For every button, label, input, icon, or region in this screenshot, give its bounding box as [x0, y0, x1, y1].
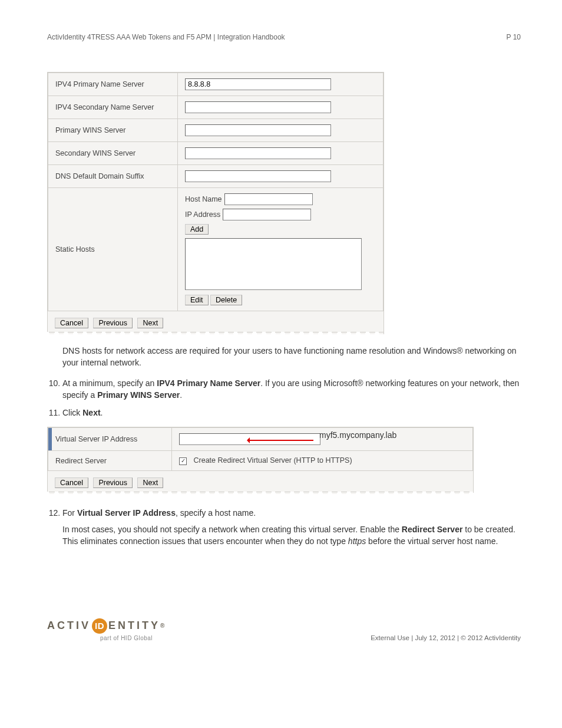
- previous-button-2[interactable]: Previous: [93, 477, 133, 488]
- step-12: For Virtual Server IP Address, specify a…: [62, 507, 521, 548]
- label-ipaddress: IP Address: [185, 210, 220, 219]
- brand-mark-icon: ID: [92, 618, 107, 634]
- input-ipv4-primary[interactable]: [185, 78, 331, 90]
- static-hosts-list[interactable]: [185, 238, 362, 290]
- step-10-text: At a minimum, specify an: [62, 378, 157, 388]
- input-virtual-server-ip[interactable]: [179, 433, 320, 445]
- screenshot-dns-settings: IPV4 Primary Name Server IPV4 Secondary …: [47, 72, 384, 334]
- label-ipv4-secondary: IPV4 Secondary Name Server: [48, 96, 178, 119]
- input-ipv4-secondary[interactable]: [185, 101, 331, 113]
- label-hostname: Host Name: [185, 195, 222, 203]
- step-12-text2: , specify a host name.: [176, 508, 256, 518]
- brand-left: ACTIV: [47, 620, 91, 632]
- label-redirect-checkbox: Create Redirect Virtual Server (HTTP to …: [193, 456, 352, 465]
- annotation-arrow: [249, 440, 313, 441]
- step-10-text3: .: [180, 390, 182, 400]
- next-button-2[interactable]: Next: [137, 477, 163, 488]
- checkbox-redirect-server[interactable]: ✓: [179, 457, 187, 465]
- label-wins-secondary: Secondary WINS Server: [48, 142, 178, 165]
- step-11: Click Next.: [62, 407, 521, 419]
- annotation-host-example: myf5.mycompany.lab: [319, 430, 396, 440]
- step-11-text2: .: [101, 408, 103, 417]
- label-virtual-server-ip: Virtual Server IP Address: [55, 435, 137, 443]
- input-dns-suffix[interactable]: [185, 170, 331, 182]
- edit-button[interactable]: Edit: [185, 295, 209, 305]
- registered-icon: ®: [160, 622, 164, 629]
- step-10: At a minimum, specify an IPV4 Primary Na…: [62, 377, 521, 401]
- paragraph-dns-note: DNS hosts for network access are require…: [62, 345, 521, 369]
- input-wins-primary[interactable]: [185, 124, 331, 136]
- input-hostname[interactable]: [224, 193, 313, 205]
- label-redirect-server: Redirect Server: [48, 451, 172, 470]
- step-10-bold2: Primary WINS Server: [97, 390, 180, 400]
- label-ipv4-primary: IPV4 Primary Name Server: [48, 73, 178, 96]
- input-ipaddress[interactable]: [223, 209, 311, 220]
- brand-logo: ACTIV ID ENTITY® part of HID Global: [47, 618, 164, 641]
- step-12-text: For: [62, 508, 77, 518]
- brand-right: ENTITY: [108, 620, 160, 632]
- cancel-button[interactable]: Cancel: [55, 318, 88, 328]
- brand-sub: part of HID Global: [100, 635, 153, 641]
- previous-button[interactable]: Previous: [93, 318, 133, 328]
- delete-button[interactable]: Delete: [210, 295, 242, 305]
- footer-meta: External Use | July 12, 2012 | © 2012 Ac…: [371, 634, 521, 641]
- label-dns-suffix: DNS Default Domain Suffix: [48, 165, 178, 188]
- step-10-bold1: IPV4 Primary Name Server: [157, 378, 260, 388]
- cancel-button-2[interactable]: Cancel: [55, 477, 88, 488]
- doc-title: ActivIdentity 4TRESS AAA Web Tokens and …: [47, 33, 285, 41]
- active-row-indicator: [48, 428, 52, 450]
- add-button[interactable]: Add: [185, 224, 209, 235]
- step-12-bold: Virtual Server IP Address: [77, 508, 176, 518]
- screenshot-virtual-server: Virtual Server IP Address myf5.mycompany…: [47, 427, 474, 493]
- input-wins-secondary[interactable]: [185, 147, 331, 159]
- step-12-paragraph: In most cases, you should not specify a …: [62, 523, 521, 548]
- page-number: P 10: [507, 33, 521, 41]
- label-wins-primary: Primary WINS Server: [48, 119, 178, 142]
- next-button[interactable]: Next: [137, 318, 163, 328]
- step-11-bold: Next: [82, 408, 100, 417]
- step-11-text: Click: [62, 408, 82, 417]
- label-static-hosts: Static Hosts: [48, 188, 178, 311]
